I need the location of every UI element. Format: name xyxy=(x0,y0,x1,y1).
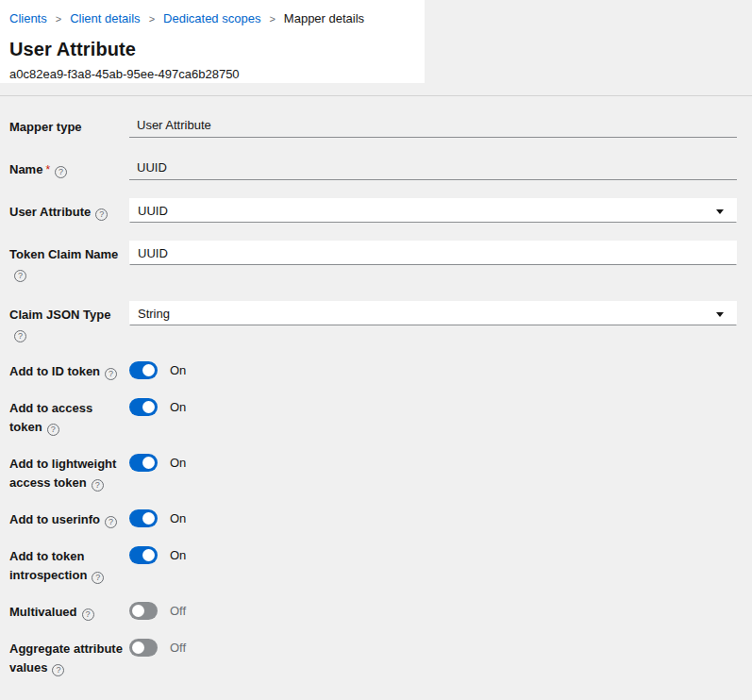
toggle-knob xyxy=(142,401,155,413)
help-icon[interactable] xyxy=(92,572,104,584)
breadcrumb-separator-icon xyxy=(269,13,275,25)
add-to-token-introspection-label: Add to token introspection xyxy=(9,549,87,582)
help-icon[interactable] xyxy=(55,166,67,178)
mapper-type-value: User Attribute xyxy=(129,113,737,138)
form-row-multivalued: Multivalued Off xyxy=(9,602,737,622)
form-row-token-claim-name: Token Claim Name xyxy=(9,241,737,283)
breadcrumb: Clients Client details Dedicated scopes … xyxy=(9,11,409,25)
multivalued-toggle[interactable] xyxy=(129,602,158,620)
aggregate-attribute-values-toggle[interactable] xyxy=(129,639,158,657)
name-label: Name xyxy=(9,162,42,176)
add-to-access-token-state: On xyxy=(170,398,186,416)
form-row-claim-json-type: Claim JSON Type String xyxy=(9,301,737,343)
add-to-userinfo-state: On xyxy=(170,509,186,527)
claim-json-type-select[interactable]: String xyxy=(129,301,737,325)
add-to-userinfo-label: Add to userinfo xyxy=(9,512,100,526)
claim-json-type-select-value: String xyxy=(138,307,170,321)
form-row-add-to-access-token: Add to access token On xyxy=(9,398,737,437)
toggle-knob xyxy=(142,457,155,469)
mapper-id: a0c82ea9-f3a8-45ab-95ee-497ca6b28750 xyxy=(9,67,409,81)
toggle-knob xyxy=(142,364,155,376)
help-icon[interactable] xyxy=(105,368,117,380)
name-field-disabled: UUID xyxy=(129,156,737,180)
token-claim-name-input[interactable] xyxy=(129,241,737,265)
add-to-lightweight-access-token-state: On xyxy=(170,454,186,472)
add-to-access-token-toggle[interactable] xyxy=(129,398,158,416)
add-to-id-token-state: On xyxy=(170,361,186,379)
toggle-knob xyxy=(132,642,144,654)
chevron-down-icon xyxy=(716,312,724,317)
help-icon[interactable] xyxy=(52,664,64,676)
form-row-add-to-id-token: Add to ID token On xyxy=(9,361,737,381)
chevron-down-icon xyxy=(716,209,724,214)
help-icon[interactable] xyxy=(14,270,26,282)
breadcrumb-clients[interactable]: Clients xyxy=(9,11,47,25)
required-asterisk: * xyxy=(45,163,50,176)
user-attribute-select-value: UUID xyxy=(138,204,168,218)
aggregate-attribute-values-label: Aggregate attribute values xyxy=(9,642,123,675)
token-claim-name-label: Token Claim Name xyxy=(9,247,118,261)
help-icon[interactable] xyxy=(105,516,117,528)
multivalued-state: Off xyxy=(170,602,186,620)
help-icon[interactable] xyxy=(14,330,26,342)
add-to-userinfo-toggle[interactable] xyxy=(129,509,158,527)
toggle-knob xyxy=(132,605,144,617)
toggle-knob xyxy=(142,512,155,525)
help-icon[interactable] xyxy=(47,424,59,436)
form-row-add-to-token-introspection: Add to token introspection On xyxy=(9,546,737,585)
toggle-knob xyxy=(142,549,155,561)
add-to-token-introspection-toggle[interactable] xyxy=(129,546,158,564)
help-icon[interactable] xyxy=(95,208,108,221)
add-to-id-token-label: Add to ID token xyxy=(9,364,100,378)
mapper-type-label: Mapper type xyxy=(9,120,82,134)
user-attribute-label: User Attribute xyxy=(9,205,91,219)
breadcrumb-separator-icon xyxy=(149,13,155,25)
breadcrumb-separator-icon xyxy=(56,13,61,25)
breadcrumb-mapper-details: Mapper details xyxy=(284,11,364,25)
breadcrumb-dedicated-scopes[interactable]: Dedicated scopes xyxy=(163,11,260,25)
claim-json-type-label: Claim JSON Type xyxy=(9,308,110,322)
user-attribute-select[interactable]: UUID xyxy=(129,198,737,223)
multivalued-label: Multivalued xyxy=(9,605,77,619)
form-row-user-attribute: User Attribute UUID xyxy=(9,198,737,223)
add-to-id-token-toggle[interactable] xyxy=(129,361,158,379)
form-row-aggregate-attribute-values: Aggregate attribute values Off xyxy=(9,639,737,677)
add-to-token-introspection-state: On xyxy=(170,546,186,564)
form-row-add-to-userinfo: Add to userinfo On xyxy=(9,509,737,529)
add-to-lightweight-access-token-toggle[interactable] xyxy=(129,454,158,472)
form-row-name: Name* UUID xyxy=(9,156,737,180)
help-icon[interactable] xyxy=(92,479,104,492)
form-row-mapper-type: Mapper type User Attribute xyxy=(9,113,737,138)
page-header: Clients Client details Dedicated scopes … xyxy=(0,0,425,83)
breadcrumb-client-details[interactable]: Client details xyxy=(70,11,140,25)
help-icon[interactable] xyxy=(82,608,94,621)
page-title: User Attribute xyxy=(9,39,409,60)
aggregate-attribute-values-state: Off xyxy=(170,639,186,657)
mapper-details-form: Mapper type User Attribute Name* UUID Us… xyxy=(0,96,752,700)
form-row-add-to-lightweight-access-token: Add to lightweight access token On xyxy=(9,454,737,492)
